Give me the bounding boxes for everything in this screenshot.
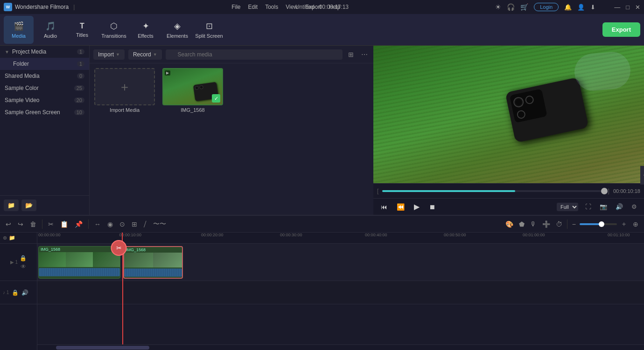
audio-lock-button[interactable]: 🔒 (12, 289, 19, 296)
snapshot-button[interactable]: 📷 (598, 202, 609, 212)
mic-button[interactable]: 🎙 (528, 219, 539, 230)
window-controls: ☀ 🎧 🛒 Login 🔔 👤 ⬇ — □ ✕ (495, 3, 640, 11)
timeline-ruler: 00:00:00:00 00:00:10:00 00:00:20:00 00:0… (37, 233, 644, 244)
video-clip-2[interactable]: IMG_1568 (123, 246, 183, 279)
crop-button[interactable]: ⊞ (130, 219, 139, 230)
volume-button[interactable]: 🔊 (614, 202, 624, 212)
frame-back-button[interactable]: ⏪ (395, 201, 406, 213)
download-icon[interactable]: ⬇ (590, 4, 595, 11)
toolbar-effects-button[interactable]: ✦ Effects (131, 16, 161, 44)
shared-media-label: Shared Media (5, 73, 74, 79)
toolbar-audio-button[interactable]: 🎵 Audio (35, 16, 65, 44)
maximize-button[interactable]: □ (626, 4, 630, 11)
login-button[interactable]: Login (534, 3, 559, 11)
menu-file[interactable]: File (231, 4, 240, 10)
settings-icon-button[interactable]: ⚙ (630, 202, 638, 212)
media-toolbar: Import ▼ Record ▼ 🔍 ⊞ ⋯ (90, 46, 373, 63)
titles-icon: T (80, 22, 84, 30)
quality-select[interactable]: Full 1/2 1/4 (557, 203, 578, 211)
account-icon[interactable]: 👤 (577, 4, 585, 11)
sidebar-item-sample-color[interactable]: Sample Color 25 (0, 82, 89, 94)
track-headers: ⊕ 📁 ▶ 1 🔒 👁 ♪ 1 🔒 🔊 (0, 233, 37, 350)
minimize-button[interactable]: — (614, 4, 620, 11)
add-marker-button[interactable]: ◉ (105, 219, 115, 230)
main-toolbar: 🎬 Media 🎵 Audio T Titles ⬡ Transitions ✦… (0, 14, 644, 46)
panel-collapse-handle[interactable]: ‹ (640, 166, 644, 185)
toolbar-split-screen-button[interactable]: ⊡ Split Screen (194, 16, 224, 44)
zoom-in-button[interactable]: ＋ (619, 218, 629, 230)
track-lock-button[interactable]: 🔒 (20, 255, 27, 261)
toolbar-titles-button[interactable]: T Titles (67, 16, 97, 44)
export-button[interactable]: Export (602, 22, 640, 37)
paste-button[interactable]: 📌 (73, 219, 84, 230)
snap-button[interactable]: ⊙ (118, 219, 127, 230)
ruler-mark-2: 00:00:20:00 (201, 233, 224, 237)
step-back-button[interactable]: ⏮ (379, 201, 389, 213)
timeline-scrollbar[interactable] (37, 344, 644, 350)
fullscreen-button[interactable]: ⛶ (584, 202, 593, 212)
menu-edit[interactable]: Edit (248, 4, 258, 10)
timeline-scrollbar-thumb[interactable] (56, 346, 149, 350)
add-media-track-button[interactable]: ⊕ (631, 219, 640, 230)
preview-progress-bar[interactable] (382, 190, 604, 192)
cut-button[interactable]: ✂ (46, 219, 56, 230)
notification-icon[interactable]: 🔔 (564, 4, 572, 11)
clip1-thumb (39, 252, 120, 267)
color-correct-button[interactable]: 🎨 (504, 219, 515, 230)
audio-label: Audio (44, 33, 57, 39)
audio-stretch-button[interactable]: 〜〜 (151, 218, 168, 230)
timeline-section: ↩ ↪ 🗑 ✂ 📋 📌 ↔ ◉ ⊙ ⊞ ⧸ 〜〜 🎨 ⬟ 🎙 ➕ ⏱ − ＋ ⊕ (0, 215, 644, 350)
ruler-mark-3: 00:00:30:00 (280, 233, 302, 237)
clip2-audio-bar (124, 268, 182, 277)
zoom-slider[interactable] (580, 223, 617, 225)
new-folder-button[interactable]: 📁 (4, 199, 19, 211)
sidebar-item-sample-green-screen[interactable]: Sample Green Screen 10 (0, 106, 89, 118)
titlebar: W Wondershare Filmora | File Edit Tools … (0, 0, 644, 14)
import-button[interactable]: Import ▼ (93, 49, 125, 60)
img-1568-item[interactable]: ✓ ▶ IMG_1568 (162, 68, 223, 113)
filter-button[interactable]: ⊞ (346, 49, 356, 60)
sidebar-item-shared-media[interactable]: Shared Media 0 (0, 70, 89, 82)
record-label: Record (133, 51, 151, 58)
sidebar-item-project-media[interactable]: ▼ Project Media 1 (0, 46, 89, 58)
elements-icon: ◈ (174, 21, 181, 31)
new-track-button[interactable]: ⊕ (3, 235, 7, 241)
record-button[interactable]: Record ▼ (128, 49, 162, 60)
import-media-item[interactable]: ＋ Import Media (94, 68, 155, 113)
track-add-button[interactable]: ➕ (540, 219, 552, 230)
sidebar-item-folder[interactable]: Folder 1 (0, 58, 89, 70)
toolbar-elements-button[interactable]: ◈ Elements (162, 16, 192, 44)
redo-button[interactable]: ↪ (16, 219, 25, 230)
folder-track-button[interactable]: 📁 (9, 235, 15, 241)
bracket-left-icon[interactable]: [ (377, 188, 378, 194)
view-button[interactable]: ⋯ (359, 49, 370, 60)
img-1568-thumb: ✓ ▶ (162, 68, 223, 105)
play-button[interactable]: ▶ (412, 200, 421, 213)
import-chevron-icon: ▼ (116, 52, 120, 57)
add-folder-button[interactable]: 📂 (21, 199, 36, 211)
audio-mute-button[interactable]: 🔊 (21, 289, 28, 296)
speed-button[interactable]: ⏱ (554, 219, 564, 230)
bracket-right-icon[interactable]: ] (608, 188, 609, 194)
zoom-out-button[interactable]: − (570, 219, 578, 230)
toolbar-media-button[interactable]: 🎬 Media (4, 16, 34, 44)
undo-button[interactable]: ↩ (4, 219, 13, 230)
track-hide-button[interactable]: 👁 (21, 263, 26, 270)
copy-button[interactable]: 📋 (58, 219, 70, 230)
sample-color-count: 25 (74, 85, 84, 91)
plus-icon: ＋ (119, 79, 131, 95)
close-button[interactable]: ✕ (635, 4, 640, 11)
toolbar-transitions-button[interactable]: ⬡ Transitions (99, 16, 129, 44)
search-input[interactable] (166, 49, 343, 60)
brightness-icon[interactable]: ☀ (495, 3, 501, 11)
stop-button[interactable]: ⏹ (427, 201, 437, 213)
ripple-button[interactable]: ↔ (92, 219, 103, 230)
cart-icon[interactable]: 🛒 (520, 3, 528, 11)
sidebar-item-sample-video[interactable]: Sample Video 20 (0, 94, 89, 106)
video-clip-1[interactable]: IMG_1568 (38, 246, 120, 279)
delete-button[interactable]: 🗑 (28, 219, 38, 230)
headphone-icon[interactable]: 🎧 (507, 3, 515, 11)
mask-button[interactable]: ⬟ (517, 219, 526, 230)
split-button[interactable]: ⧸ (142, 218, 148, 230)
menu-tools[interactable]: Tools (265, 4, 278, 10)
